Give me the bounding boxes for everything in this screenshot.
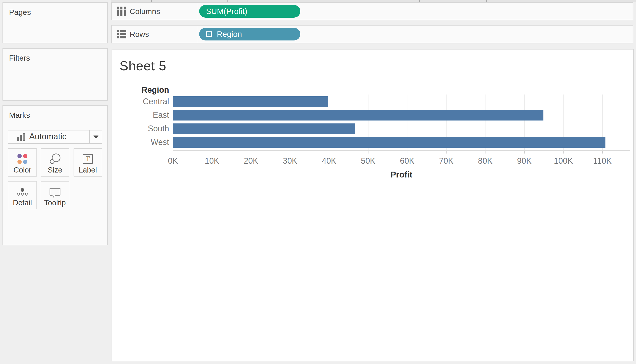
bar-chart-icon [17,133,25,141]
tableau-worksheet-window: Pages Filters Marks Automatic Color Size [0,0,636,364]
filters-shelf[interactable]: Filters [3,48,108,100]
shelf-divider [197,3,197,20]
toolbar-edge-tick [227,0,228,2]
detail-dots-icon [17,188,28,196]
detail-button-label: Detail [8,198,37,207]
detail-button[interactable]: Detail [8,181,37,209]
pill-sum-profit[interactable]: SUM(Profit) [199,5,300,18]
columns-shelf[interactable]: Columns SUM(Profit) [111,2,633,20]
row-field-header[interactable]: Region [112,85,169,95]
axis-tick [173,151,173,154]
columns-icon [117,7,126,16]
label-button-label: Label [74,166,102,174]
axis-tick [485,151,485,154]
shelf-divider [197,26,197,43]
sheet-title: Sheet 5 [120,58,166,73]
bar-west[interactable] [173,137,605,148]
tooltip-bubble-icon [50,188,61,196]
axis-tick-label: 60K [391,156,423,166]
rows-shelf-label: Rows [130,30,149,39]
axis-tick [563,151,564,154]
label-t-icon [83,154,93,164]
bar-central[interactable] [173,96,328,107]
mark-type-dropdown[interactable]: Automatic [8,130,102,144]
mark-type-label: Automatic [29,132,67,141]
axis-tick [602,151,603,154]
row-label-central[interactable]: Central [112,97,169,106]
rows-icon [117,30,126,38]
marks-panel: Marks Automatic Color Size Label [3,105,108,245]
axis-tick-label: 90K [509,156,540,166]
pill-region-label: Region [217,30,242,39]
size-button-label: Size [41,166,69,174]
marks-panel-title: Marks [9,111,30,120]
axis-tick-label: 110K [587,156,618,166]
axis-tick [446,151,447,154]
tooltip-button-label: Tooltip [41,198,69,207]
size-button[interactable]: Size [41,148,69,176]
axis-tick [251,151,251,154]
columns-shelf-label: Columns [130,7,160,16]
row-label-south[interactable]: South [112,124,169,134]
axis-tick [407,151,407,154]
color-button-label: Color [8,166,37,174]
axis-tick [212,151,212,154]
axis-tick-label: 10K [196,156,228,166]
pill-region[interactable]: Region [199,28,300,40]
toolbar-edge-tick [486,0,487,2]
pages-shelf-title: Pages [9,8,31,17]
row-label-east[interactable]: East [112,110,169,120]
sheet-view: Sheet 5 Region Profit 0K10K20K30K40K50K6… [112,49,634,361]
toolbar-edge-remnant [111,0,636,2]
axis-tick [368,151,369,154]
pages-shelf[interactable]: Pages [3,2,108,44]
color-button[interactable]: Color [8,148,37,176]
row-label-west[interactable]: West [112,138,169,147]
size-circles-icon [49,153,61,165]
color-dots-icon [18,154,27,164]
axis-tick-label: 80K [469,156,501,166]
axis-tick-label: 0K [157,156,189,166]
axis-tick-label: 50K [353,156,384,166]
plus-box-icon[interactable] [206,31,212,37]
axis-tick [524,151,525,154]
axis-tick [329,151,329,154]
axis-tick-label: 70K [431,156,462,166]
axis-tick [290,151,290,154]
dropdown-divider [89,130,90,143]
pill-sum-profit-label: SUM(Profit) [206,7,247,16]
bar-east[interactable] [173,110,543,120]
axis-tick-label: 40K [313,156,345,166]
toolbar-edge-tick [419,0,420,2]
tooltip-button[interactable]: Tooltip [41,181,69,209]
axis-tick-label: 100K [547,156,579,166]
x-axis-line[interactable] [173,150,630,151]
filters-shelf-title: Filters [9,54,30,62]
toolbar-edge-tick [151,0,152,2]
x-axis-title[interactable]: Profit [173,170,630,180]
rows-shelf[interactable]: Rows Region [111,25,633,44]
axis-tick-label: 30K [274,156,306,166]
label-button[interactable]: Label [74,148,102,176]
axis-tick-label: 20K [235,156,267,166]
bar-south[interactable] [173,124,355,134]
chevron-down-icon[interactable] [94,136,99,138]
